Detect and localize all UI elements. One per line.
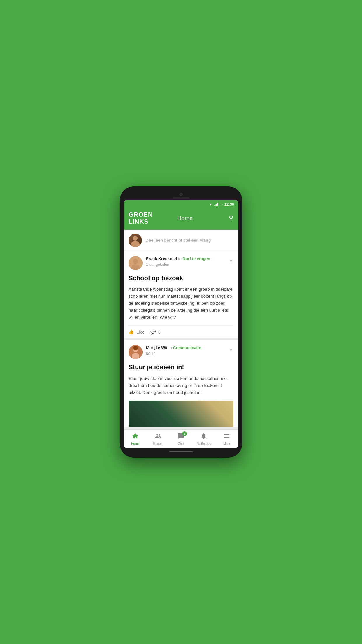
comment-icon: 💬 — [150, 329, 156, 335]
nav-label-mensen: Mensen — [153, 442, 164, 445]
nav-item-mensen[interactable]: Mensen — [147, 430, 169, 448]
nav-label-chat: Chat — [178, 442, 184, 445]
mensen-icon — [155, 433, 162, 441]
front-camera — [179, 193, 183, 196]
post-author-name: Marijke Wit — [146, 345, 168, 350]
post-group-link[interactable]: Communicatie — [173, 345, 201, 350]
comment-button[interactable]: 💬 3 — [150, 329, 161, 335]
home-icon — [132, 433, 139, 441]
post-author-avatar — [129, 345, 143, 359]
post-meta: Frank Kreukniet in Durf te vragen 1 uur … — [129, 256, 233, 270]
comment-count: 3 — [158, 330, 161, 335]
chat-badge: 2 — [182, 431, 187, 436]
nav-item-meer[interactable]: Meer — [215, 430, 238, 448]
post-expand-icon[interactable]: ⌄ — [229, 345, 233, 352]
svg-point-1 — [133, 259, 138, 264]
post-meta: Marijke Wit in Communicatie 09:10 ⌄ — [129, 345, 233, 359]
notificaties-icon — [200, 433, 207, 441]
nav-item-home[interactable]: Home — [124, 430, 147, 448]
nav-label-meer: Meer — [223, 442, 230, 445]
phone-screen: ▼ ▭ 12:30 GROENLINKS Home ⚲ — [124, 200, 238, 448]
signal-icon — [214, 203, 218, 206]
search-icon: ⚲ — [229, 214, 233, 222]
post-time: 09:10 — [146, 351, 225, 356]
post-input-bar[interactable]: Deel een bericht of stel een vraag — [124, 230, 238, 251]
home-indicator — [169, 451, 193, 452]
post-body: Stuur jouw idee in voor de komende hacka… — [129, 375, 233, 396]
nav-label-home: Home — [131, 442, 139, 445]
user-avatar — [129, 234, 142, 247]
meer-icon — [223, 433, 230, 441]
bottom-nav: Home Mensen 2 Chat — [124, 429, 238, 448]
like-button[interactable]: 👍 Like — [129, 329, 145, 335]
earpiece-speaker — [172, 197, 190, 199]
post-image — [129, 401, 233, 427]
status-bar: ▼ ▭ 12:30 — [124, 200, 238, 208]
post-author-avatar — [129, 256, 143, 270]
post-title: School op bezoek — [129, 274, 233, 283]
post-author-line: Marijke Wit in Communicatie — [146, 345, 225, 351]
post-expand-icon[interactable]: ⌄ — [229, 256, 233, 263]
app-header: GROENLINKS Home ⚲ — [124, 208, 238, 229]
post-actions: 👍 Like 💬 3 — [129, 326, 233, 338]
search-button[interactable]: ⚲ — [229, 214, 233, 222]
post-in-text: in — [178, 256, 182, 261]
post-group-link[interactable]: Durf te vragen — [182, 256, 210, 261]
feed-post: Marijke Wit in Communicatie 09:10 ⌄ Stuu… — [124, 340, 238, 429]
post-author-info: Marijke Wit in Communicatie 09:10 — [146, 345, 225, 356]
post-body: Aanstaande woensdag komt er een groep mi… — [129, 286, 233, 321]
post-author-info: Frank Kreukniet in Durf te vragen 1 uur … — [146, 256, 225, 267]
like-label: Like — [136, 330, 145, 335]
status-time: 12:30 — [224, 202, 234, 206]
svg-point-6 — [133, 346, 138, 350]
battery-icon: ▭ — [220, 202, 223, 206]
svg-point-5 — [132, 353, 139, 359]
post-in-text: in — [169, 345, 173, 350]
wifi-icon: ▼ — [209, 202, 212, 206]
post-placeholder: Deel een bericht of stel een vraag — [145, 238, 211, 243]
post-title: Stuur je ideeën in! — [129, 363, 233, 372]
post-author-name: Frank Kreukniet — [146, 256, 177, 261]
nav-label-notificaties: Notificaties — [197, 442, 211, 445]
nav-item-notificaties[interactable]: Notificaties — [192, 430, 215, 448]
feed-post: Frank Kreukniet in Durf te vragen 1 uur … — [124, 251, 238, 341]
phone-bottom — [124, 448, 238, 454]
post-author-line: Frank Kreukniet in Durf te vragen — [146, 256, 225, 262]
post-time: 1 uur geleden — [146, 262, 225, 267]
nav-item-chat[interactable]: 2 Chat — [170, 430, 192, 448]
header-title: Home — [141, 215, 229, 222]
like-icon: 👍 — [129, 329, 134, 335]
